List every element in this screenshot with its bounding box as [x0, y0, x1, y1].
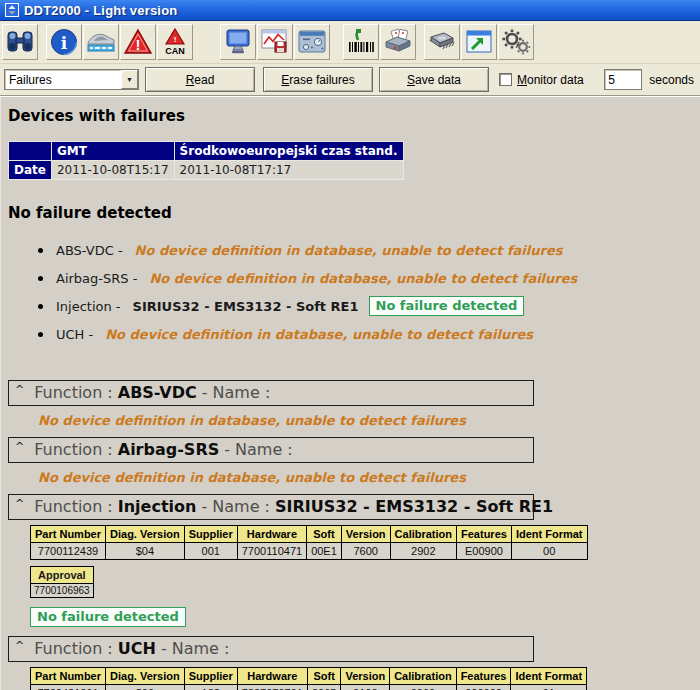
injection-status: No failure detected: [30, 607, 692, 627]
device-name: Airbag-SRS -: [56, 271, 137, 286]
device-list-item-uch: UCH - No device definition in database, …: [38, 320, 692, 348]
interval-unit-label: seconds: [649, 73, 694, 87]
device-name: UCH -: [56, 327, 93, 342]
supplier-value: 133: [184, 685, 237, 690]
ident-table-header-row: Part Number Diag. Version Supplier Hardw…: [31, 526, 588, 543]
local-time-column-header: Środkowoeuropejski czas stand.: [174, 142, 403, 161]
calibration-value: 0000: [390, 685, 456, 690]
no-failure-badge: No failure detected: [369, 296, 525, 316]
measurement-panel-button[interactable]: [294, 24, 330, 60]
app-window: DDT2000 - Light version i: [0, 0, 700, 690]
function-header-airbag-srs[interactable]: ^Function :Airbag-SRS- Name :: [8, 437, 534, 463]
function-header-uch[interactable]: ^Function :UCH- Name :: [8, 636, 534, 662]
function-status-message: No device definition in database, unable…: [38, 413, 692, 428]
device-status-message: No device definition in database, unable…: [149, 271, 577, 286]
read-button[interactable]: Read: [145, 67, 255, 92]
monitor-button[interactable]: [220, 24, 256, 60]
device-name: ABS-VDC -: [56, 243, 123, 258]
settings-button[interactable]: [498, 24, 534, 60]
measurement-panel-icon: [297, 29, 327, 55]
collapse-caret-icon[interactable]: ^: [15, 639, 24, 652]
vehicle-icon: [86, 29, 116, 55]
graph-save-button[interactable]: [257, 24, 293, 60]
function-device-name: SIRIUS32 - EMS3132 - Soft RE1: [275, 497, 553, 516]
diag-version-value: $04: [106, 543, 185, 560]
function-device: UCH: [118, 639, 156, 658]
col-version: Version: [341, 668, 390, 685]
bullet-icon: [38, 332, 43, 337]
name-label: - Name :: [202, 383, 271, 402]
col-calibration: Calibration: [390, 526, 456, 543]
can-warning-icon: ! CAN: [160, 27, 190, 57]
function-label: Function :: [34, 639, 113, 658]
barcode-icon: [346, 28, 376, 56]
erase-failures-button[interactable]: Erase failures: [263, 67, 373, 92]
bullet-icon: [38, 276, 43, 281]
hardware-value: 7337079701: [237, 685, 307, 690]
part-number-value: 7700112439: [31, 543, 106, 560]
col-soft: Soft: [307, 668, 340, 685]
col-soft: Soft: [307, 526, 342, 543]
gears-icon: [501, 28, 531, 56]
date-table-row: Date 2011-10-08T15:17 2011-10-08T17:17: [9, 161, 404, 180]
hardware-value: 7700110471: [237, 543, 306, 560]
window-title: DDT2000 - Light version: [24, 3, 177, 18]
can-failure-button[interactable]: ! CAN: [157, 24, 193, 60]
monitor-data-label: Monitor data: [517, 73, 584, 87]
gmt-column-header: GMT: [51, 142, 174, 161]
bullet-icon: [38, 248, 43, 253]
search-button[interactable]: [2, 24, 38, 60]
collapse-caret-icon[interactable]: ^: [15, 440, 24, 453]
interval-input[interactable]: [604, 69, 642, 90]
info-button[interactable]: i: [46, 24, 82, 60]
function-label: Function :: [34, 497, 113, 516]
no-failure-badge: No failure detected: [30, 607, 186, 627]
data-type-select[interactable]: Failures ▼: [4, 69, 139, 90]
col-version: Version: [341, 526, 390, 543]
supplier-value: 001: [184, 543, 237, 560]
function-sections: ^Function :ABS-VDC- Name : No device def…: [8, 380, 692, 690]
function-header-abs-vdc[interactable]: ^Function :ABS-VDC- Name :: [8, 380, 534, 406]
col-supplier: Supplier: [184, 526, 237, 543]
open-window-button[interactable]: [461, 24, 497, 60]
collapse-caret-icon[interactable]: ^: [15, 383, 24, 396]
col-calibration: Calibration: [390, 668, 456, 685]
titlebar[interactable]: DDT2000 - Light version: [0, 0, 700, 21]
card-reader-button[interactable]: [380, 24, 416, 60]
date-row-label: Date: [9, 161, 52, 180]
soft-value: 8065: [307, 685, 340, 690]
barcode-button[interactable]: [343, 24, 379, 60]
open-window-icon: [465, 29, 493, 55]
function-device: Airbag-SRS: [118, 440, 219, 459]
chevron-down-icon[interactable]: ▼: [121, 70, 138, 89]
device-list-item-abs-vdc: ABS-VDC - No device definition in databa…: [38, 236, 692, 264]
function-device: Injection: [118, 497, 197, 516]
control-bar: Failures ▼ Read Erase failures Save data…: [0, 64, 700, 96]
failure-warning-button[interactable]: !: [120, 24, 156, 60]
vehicle-button[interactable]: [83, 24, 119, 60]
page-title: Devices with failures: [8, 107, 692, 125]
device-status-message: No device definition in database, unable…: [135, 243, 563, 258]
ident-table-header-row: Part Number Diag. Version Supplier Hardw…: [31, 668, 587, 685]
function-status-message: No device definition in database, unable…: [38, 470, 692, 485]
ident-table-data-row: 7700421261 $00 133 7337079701 8065 0108 …: [31, 685, 587, 690]
monitor-data-checkbox[interactable]: [499, 73, 512, 86]
approval-value: 7700106963: [31, 584, 94, 598]
col-hardware: Hardware: [237, 668, 307, 685]
save-data-button[interactable]: Save data: [379, 67, 489, 92]
main-toolbar: i ! ! CAN: [0, 21, 700, 64]
device-detail: SIRIUS32 - EMS3132 - Soft RE1: [133, 299, 359, 314]
part-number-value: 7700421261: [31, 685, 106, 690]
col-diag-version: Diag. Version: [106, 668, 185, 685]
function-header-injection[interactable]: ^Function :Injection- Name :SIRIUS32 - E…: [8, 494, 534, 520]
approval-header: Approval: [31, 567, 94, 584]
ident-format-value: 00: [511, 543, 587, 560]
col-features: Features: [456, 668, 511, 685]
device-name: Injection -: [56, 299, 121, 314]
chip-button[interactable]: [424, 24, 460, 60]
function-device: ABS-VDC: [118, 383, 197, 402]
injection-ident-table: Part Number Diag. Version Supplier Hardw…: [30, 525, 588, 560]
date-table: GMT Środkowoeuropejski czas stand. Date …: [8, 141, 404, 180]
collapse-caret-icon[interactable]: ^: [15, 497, 24, 510]
name-label: - Name :: [161, 639, 230, 658]
